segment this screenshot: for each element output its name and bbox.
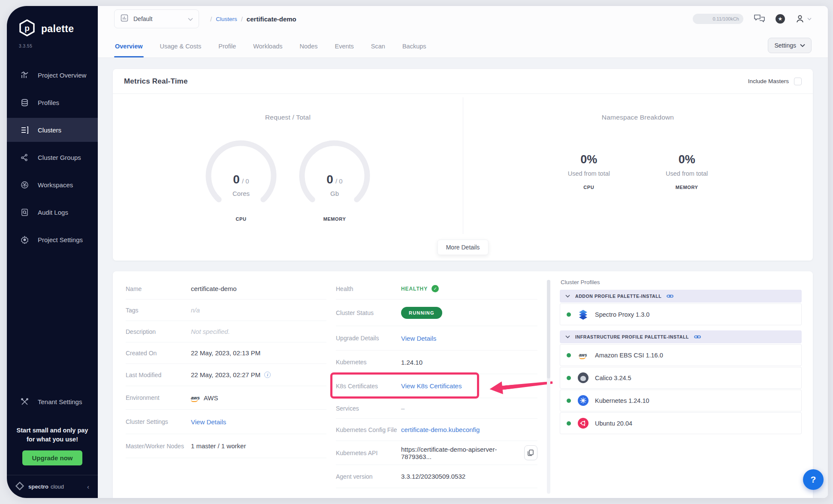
sidebar-item-label: Workspaces — [38, 181, 73, 189]
tab-nodes[interactable]: Nodes — [299, 43, 319, 57]
check-circle-icon: ✓ — [432, 285, 439, 292]
breadcrumb-current: certificate-demo — [247, 15, 296, 23]
star-badge-icon[interactable]: ★ — [776, 14, 785, 24]
profile-pack-kubernetes[interactable]: Kubernetes 1.24.10 — [560, 390, 802, 411]
pack-name: Amazon EBS CSI 1.16.0 — [595, 352, 663, 359]
more-details-button[interactable]: More Details — [438, 240, 489, 255]
sidebar-item-label: Clusters — [38, 126, 61, 134]
tab-events[interactable]: Events — [334, 43, 354, 57]
sidebar-item-clusters[interactable]: Clusters — [7, 118, 98, 142]
cluster-status-column: Health HEALTHY✓ Cluster Status RUNNING U… — [336, 278, 537, 494]
health-status-value: HEALTHY — [401, 286, 428, 292]
project-selector-dropdown[interactable]: Default — [114, 9, 199, 28]
environment-value: AWS — [204, 394, 218, 402]
status-dot-green — [567, 312, 571, 317]
addon-profile-header-label: ADDON PROFILE PALETTE-INSTALL — [575, 294, 661, 299]
sidebar-item-project-overview[interactable]: Project Overview — [7, 63, 98, 87]
addon-profile-header[interactable]: ADDON PROFILE PALETTE-INSTALL — [560, 290, 802, 303]
copy-icon — [528, 450, 534, 456]
sidebar-item-tenant-settings[interactable]: Tenant Settings — [7, 390, 98, 414]
kubernetes-version-value: 1.24.10 — [401, 359, 423, 366]
collapse-sidebar-icon[interactable]: ‹ — [87, 483, 89, 490]
sidebar: p palette 3.3.55 Project Overview — [7, 6, 98, 498]
app-window: p palette 3.3.55 Project Overview — [7, 6, 828, 498]
pack-name: Ubuntu 20.04 — [595, 420, 632, 427]
include-masters-checkbox[interactable] — [794, 78, 802, 85]
sidebar-item-label: Project Settings — [38, 236, 83, 243]
tab-scan[interactable]: Scan — [370, 43, 386, 57]
services-label: Services — [336, 405, 401, 412]
pack-name: Calico 3.24.5 — [595, 375, 631, 381]
view-k8s-certificates-link[interactable]: View K8s Certificates — [401, 382, 462, 390]
description-value: Not specified. — [191, 328, 230, 335]
profile-pack-calico[interactable]: Calico 3.24.5 — [560, 367, 802, 389]
created-on-label: Created On — [126, 350, 191, 357]
tab-workloads[interactable]: Workloads — [252, 43, 283, 57]
tab-backups[interactable]: Backups — [401, 43, 427, 57]
cluster-profiles-panel: Cluster Profiles ADDON PROFILE PALETTE-I… — [560, 278, 802, 494]
help-button[interactable]: ? — [803, 469, 824, 490]
status-dot-green — [567, 399, 571, 403]
sidebar-nav: Project Overview Profiles Clusters — [7, 63, 98, 255]
upgrade-details-label: Upgrade Details — [336, 335, 401, 342]
content: Metrics Real-Time Include Masters Reques… — [98, 58, 828, 498]
project-chart-icon — [120, 14, 129, 24]
chat-icon[interactable] — [754, 14, 765, 24]
pack-name: Kubernetes 1.24.10 — [595, 397, 649, 404]
memory-gauge: 0/ 0 Gb MEMORY — [297, 136, 372, 222]
sidebar-item-profiles[interactable]: Profiles — [7, 90, 98, 114]
tab-overview[interactable]: Overview — [114, 43, 144, 57]
profile-pack-amazon-ebs-csi[interactable]: aws Amazon EBS CSI 1.16.0 — [560, 344, 802, 366]
memory-used-percent: 0% — [666, 153, 708, 166]
profile-pack-ubuntu[interactable]: Ubuntu 20.04 — [560, 412, 802, 434]
cluster-settings-view-details-link[interactable]: View Details — [191, 418, 226, 426]
metrics-title: Metrics Real-Time — [124, 77, 188, 86]
copy-button[interactable] — [524, 445, 537, 460]
status-dot-green — [567, 376, 571, 380]
memory-gauge-value: 0 — [326, 173, 333, 186]
sidebar-item-project-settings[interactable]: Project Settings — [7, 228, 98, 252]
panel-divider — [463, 97, 463, 234]
document-search-icon — [20, 207, 29, 217]
upgrade-view-details-link[interactable]: View Details — [401, 335, 436, 342]
cluster-settings-label: Cluster Settings — [126, 418, 191, 425]
status-dot-green — [567, 353, 571, 357]
settings-button-label: Settings — [774, 42, 796, 49]
chevron-down-icon — [807, 18, 812, 21]
clusters-list-icon — [20, 125, 29, 135]
user-menu[interactable] — [795, 14, 812, 24]
namespace-cpu-stat: 0% Used from total CPU — [568, 153, 610, 190]
brand: p palette — [7, 6, 98, 39]
column-scrollbar[interactable] — [547, 280, 550, 494]
kubernetes-icon — [577, 395, 589, 406]
created-on-value: 22 May, 2023, 02:13 PM — [191, 349, 260, 357]
k8s-certificates-label: K8s Certificates — [336, 383, 401, 390]
environment-label: Environment — [126, 394, 191, 401]
profile-pack-spectro-proxy[interactable]: Spectro Proxy 1.3.0 — [560, 303, 802, 325]
layers-icon — [20, 98, 29, 107]
kubeconfig-download-link[interactable]: certificate-demo.kubeconfig — [401, 426, 480, 433]
infrastructure-profile-header[interactable]: INFRASTRUCTURE PROFILE PALETTE-INSTALL — [560, 330, 802, 343]
namespace-breakdown-title: Namespace Breakdown — [602, 114, 674, 121]
cluster-status-label: Cluster Status — [336, 309, 401, 316]
sidebar-item-cluster-groups[interactable]: Cluster Groups — [7, 145, 98, 169]
include-masters-label: Include Masters — [748, 78, 789, 84]
description-label: Description — [126, 328, 191, 335]
namespace-memory-stat: 0% Used from total MEMORY — [666, 153, 708, 190]
request-total-title: Request / Total — [265, 114, 311, 121]
breadcrumb-link-clusters[interactable]: Clusters — [216, 16, 237, 22]
cluster-overview-card: Namecertificate-demo Tagsn/a Description… — [113, 271, 813, 498]
sidebar-item-audit-logs[interactable]: Audit Logs — [7, 200, 98, 224]
tab-usage-costs[interactable]: Usage & Costs — [159, 43, 202, 57]
sidebar-item-label: Tenant Settings — [38, 398, 82, 405]
cpu-gauge-unit: Cores — [203, 190, 279, 197]
cpu-gauge-total: / 0 — [242, 177, 249, 185]
info-icon[interactable]: i — [264, 372, 271, 378]
tab-profile[interactable]: Profile — [217, 43, 237, 57]
upgrade-now-button[interactable]: Upgrade now — [22, 450, 82, 465]
sidebar-item-workspaces[interactable]: Workspaces — [7, 173, 98, 197]
highlight-arrow-annotation — [489, 376, 555, 396]
usage-quota-pill[interactable]: 0.11/100kCh — [693, 14, 743, 24]
settings-button[interactable]: Settings — [768, 38, 812, 53]
chevron-down-icon — [565, 294, 570, 298]
